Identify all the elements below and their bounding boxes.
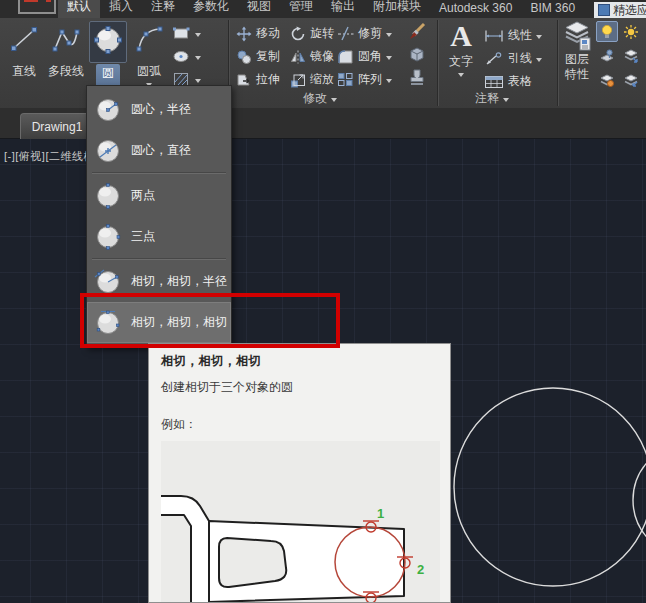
copy-label: 复制: [256, 48, 280, 65]
polyline-icon: [48, 21, 84, 61]
mirror-button[interactable]: 镜像: [290, 47, 334, 66]
mirror-label: 镜像: [310, 48, 334, 65]
menu-item-center-radius[interactable]: 圆心，半径: [87, 89, 231, 130]
erase-button[interactable]: [407, 22, 427, 41]
tab-insert[interactable]: 插入: [100, 0, 142, 18]
layers-icon: [561, 20, 593, 52]
line-button[interactable]: 直线: [4, 21, 44, 105]
leader-label: 引线: [508, 50, 532, 67]
line-label: 直线: [12, 63, 36, 80]
rectangle-tool-button[interactable]: [172, 24, 201, 43]
ellipse-tool-button[interactable]: [172, 47, 201, 66]
copy-icon: [236, 49, 252, 65]
panel-divider: [437, 20, 439, 106]
center-diameter-icon: [94, 137, 122, 165]
layer-unisolate-button[interactable]: [620, 69, 642, 90]
layer-thaw-button[interactable]: [620, 21, 642, 42]
lightbulb-icon: [600, 24, 614, 40]
text-label: 文字: [449, 53, 473, 70]
rotate-button[interactable]: 旋转: [290, 24, 334, 43]
move-icon: [236, 26, 252, 42]
ellipse-icon: [172, 49, 191, 64]
layer-properties-button[interactable]: 图层 特性: [560, 20, 594, 82]
array-button[interactable]: 阵列: [337, 70, 392, 89]
menu-item-three-point[interactable]: 三点: [87, 216, 231, 257]
scale-button[interactable]: 缩放: [290, 70, 334, 89]
layer-pin-button[interactable]: [596, 45, 618, 66]
chevron-down-icon: [458, 73, 464, 77]
move-button[interactable]: 移动: [236, 24, 280, 43]
chevron-down-icon: [536, 35, 542, 39]
annotation-panel-label[interactable]: 注释: [475, 90, 509, 107]
menu-item-tan-tan-tan[interactable]: 相切，相切，相切: [87, 302, 231, 343]
viewport-controls[interactable]: [-][俯视][二维线框]: [4, 149, 99, 164]
quick-access-fragment: [18, 0, 56, 14]
tab-parametric[interactable]: 参数化: [184, 0, 238, 18]
red-annotation-fragment: [24, 0, 38, 2]
menu-item-center-diameter[interactable]: 圆心，直径: [87, 130, 231, 171]
tab-view[interactable]: 视图: [238, 0, 280, 18]
two-point-icon: [94, 182, 122, 210]
drawing-file-name: Drawing1: [32, 120, 83, 134]
pin-layer-icon: [599, 48, 615, 64]
menu-separator: [92, 258, 226, 260]
tab-bim360[interactable]: BIM 360: [521, 0, 584, 18]
menu-item-label: 两点: [131, 187, 155, 204]
menu-item-label: 圆心，直径: [131, 142, 191, 159]
layer-match-button[interactable]: [620, 45, 642, 66]
move-label: 移动: [256, 25, 280, 42]
tooltip-example-image: 1 2 3: [161, 441, 440, 603]
modify-panel-label[interactable]: 修改: [303, 90, 337, 107]
tab-annotate[interactable]: 注释: [142, 0, 184, 18]
red-annotation-fragment: [46, 0, 51, 2]
linear-dimension-button[interactable]: 线性: [484, 26, 542, 45]
center-radius-icon: [94, 96, 122, 124]
explode-button[interactable]: [407, 45, 427, 64]
arc-label: 圆弧: [137, 63, 161, 80]
stamp-icon: [407, 68, 427, 87]
leader-button[interactable]: 引线: [484, 49, 542, 68]
tab-manage[interactable]: 管理: [280, 0, 322, 18]
tooltip: 相切，相切，相切 创建相切于三个对象的圆 例如： 1 2: [148, 343, 451, 603]
menu-item-two-point[interactable]: 两点: [87, 175, 231, 216]
tab-addins[interactable]: 附加模块: [364, 0, 430, 18]
text-icon: A: [450, 21, 472, 51]
copy-button[interactable]: 复制: [236, 47, 280, 66]
tab-default[interactable]: 默认: [58, 0, 100, 18]
text-button[interactable]: A 文字: [443, 21, 479, 105]
layer-isolate-button[interactable]: [596, 69, 618, 90]
stretch-button[interactable]: 拉伸: [236, 70, 280, 89]
layer-label-line1: 图层: [565, 52, 589, 66]
linear-label: 线性: [508, 27, 532, 44]
scale-label: 缩放: [310, 71, 334, 88]
layer-on-button[interactable]: [596, 21, 618, 42]
chevron-down-icon: [195, 33, 201, 37]
sun-icon: [623, 24, 639, 40]
tab-autodesk360[interactable]: Autodesk 360: [430, 0, 521, 18]
tab-output[interactable]: 输出: [322, 0, 364, 18]
menu-item-tan-tan-radius[interactable]: 相切，相切，半径: [87, 261, 231, 302]
modify-panel-text: 修改: [303, 90, 327, 107]
three-point-icon: [94, 223, 122, 251]
scale-icon: [290, 72, 306, 88]
layer-label-line2: 特性: [565, 67, 589, 81]
fillet-button[interactable]: 圆角: [337, 47, 392, 66]
chevron-down-icon: [331, 98, 337, 102]
polyline-button[interactable]: 多段线: [44, 21, 88, 105]
tab-featured-apps[interactable]: 精选应用: [594, 2, 646, 18]
fillet-icon: [337, 49, 354, 64]
menu-item-label: 圆心，半径: [131, 101, 191, 118]
tan-tan-tan-icon: [94, 309, 122, 337]
join-button[interactable]: [407, 68, 427, 87]
drawn-circle-partial[interactable]: [633, 443, 646, 557]
stretch-icon: [236, 72, 252, 88]
table-button[interactable]: 表格: [484, 72, 532, 91]
chevron-down-icon: [386, 33, 392, 37]
trim-button[interactable]: 修剪: [337, 24, 392, 43]
ribbon-tab-bar: 默认 插入 注释 参数化 视图 管理 输出 附加模块 Autodesk 360 …: [0, 0, 646, 18]
trim-label: 修剪: [358, 25, 382, 42]
tooltip-description: 创建相切于三个对象的圆: [161, 379, 438, 396]
drawing-file-tab[interactable]: Drawing1: [20, 113, 94, 139]
table-icon: [484, 75, 504, 89]
drawn-circle-large[interactable]: [454, 388, 646, 586]
